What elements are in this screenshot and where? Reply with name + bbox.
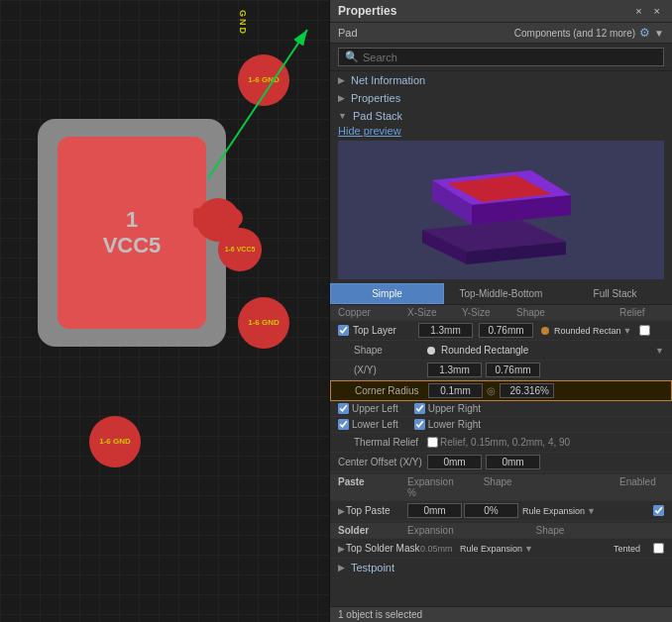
tab-top-middle-bottom[interactable]: Top-Middle-Bottom xyxy=(444,283,558,304)
top-layer-ysize[interactable]: 0.76mm xyxy=(479,323,533,338)
testpoint-expand-icon: ▶ xyxy=(338,563,345,572)
thermal-relief-value-container: Relief, 0.15mm, 0.2mm, 4, 90 xyxy=(427,437,664,448)
top-solder-checkbox[interactable] xyxy=(653,543,664,554)
preview-3d-area xyxy=(338,141,664,279)
solder-header-label: Solder xyxy=(338,525,407,536)
lower-right-checkbox[interactable] xyxy=(414,419,425,430)
cb-upper-left: Upper Left xyxy=(338,403,398,414)
status-bar: 1 object is selected xyxy=(330,606,672,622)
top-paste-shape-icon[interactable]: ▼ xyxy=(587,506,596,516)
xy-values: 1.3mm 0.76mm xyxy=(427,363,664,377)
circle-pad-gnd-top[interactable]: 1-6 GND xyxy=(238,54,289,106)
upper-left-label: Upper Left xyxy=(352,403,398,414)
corners-checkbox-row: Upper Left Upper Right xyxy=(330,401,672,417)
testpoint-label: Testpoint xyxy=(351,562,394,573)
net-info-label: Net Information xyxy=(351,74,425,86)
solder-col-exp: Expansion xyxy=(407,525,536,536)
top-paste-shape: Rule Expansion xyxy=(522,506,585,516)
circle-pad-gnd-bot[interactable]: 1-6 GND xyxy=(89,416,141,467)
col-relief: Relief xyxy=(619,307,664,318)
hide-preview-container: Hide preview xyxy=(330,125,672,141)
trace-connector xyxy=(193,208,243,228)
top-paste-exp[interactable]: 0mm xyxy=(407,503,462,518)
center-offset-y[interactable]: 0mm xyxy=(486,455,540,469)
rounded-rect-dot xyxy=(427,347,435,355)
upper-right-checkbox[interactable] xyxy=(414,403,425,414)
tab-simple[interactable]: Simple xyxy=(330,283,444,304)
xy-x-value[interactable]: 1.3mm xyxy=(427,363,482,377)
top-layer-checkbox[interactable] xyxy=(338,325,349,336)
panel-options-icon[interactable]: ▼ xyxy=(654,28,664,39)
circle-pad-gnd-mid[interactable]: 1-6 GND xyxy=(238,297,289,349)
thermal-relief-row: Thermal Relief Relief, 0.15mm, 0.2mm, 4,… xyxy=(330,433,672,453)
main-pad[interactable]: 1 VCC5 xyxy=(38,119,226,347)
shape-dropdown-icon[interactable]: ▼ xyxy=(623,326,632,336)
solder-col-shape: Shape xyxy=(536,525,665,536)
solder-section-header: Solder Expansion Shape xyxy=(330,523,672,539)
top-solder-shape: Rule Expansion xyxy=(460,544,522,554)
top-layer-shape: Rounded Rectan xyxy=(554,326,621,336)
thermal-relief-checkbox[interactable] xyxy=(427,437,438,448)
3d-preview-svg xyxy=(402,151,601,269)
shape-value-container: Rounded Rectangle ▼ xyxy=(427,345,664,356)
thermal-relief-value: Relief, 0.15mm, 0.2mm, 4, 90 xyxy=(440,437,570,448)
corner-radius-pct-icon: ◎ xyxy=(487,385,496,396)
paste-header-label: Paste xyxy=(338,476,407,498)
top-solder-shape-container: Rule Expansion ▼ xyxy=(460,544,614,554)
paste-col-enabled: Enabled xyxy=(619,476,664,498)
search-box[interactable]: 🔍 xyxy=(338,48,664,66)
center-offset-row: Center Offset (X/Y) 0mm 0mm xyxy=(330,453,672,472)
shape-label: Shape xyxy=(338,345,427,356)
properties-label: Properties xyxy=(351,92,400,104)
corner-radius-label: Corner Radius xyxy=(339,385,428,396)
tab-full-stack[interactable]: Full Stack xyxy=(558,283,672,304)
col-xsize: X-Size xyxy=(407,307,462,318)
pad-main-label: 1 VCC5 xyxy=(95,207,169,259)
pad-inner: 1 VCC5 xyxy=(57,137,206,329)
corner-radius-value[interactable]: 0.1mm xyxy=(428,383,483,398)
pad-stack-label: Pad Stack xyxy=(353,110,402,122)
panel-pin-btn[interactable]: × xyxy=(631,4,645,18)
thermal-relief-label: Thermal Relief xyxy=(338,437,427,448)
filter-icon[interactable]: ⚙ xyxy=(639,26,650,40)
top-solder-row: ▶ Top Solder Mask 0.05mm Rule Expansion … xyxy=(330,539,672,559)
section-pad-stack[interactable]: ▼ Pad Stack xyxy=(330,107,672,125)
top-paste-enabled-checkbox[interactable] xyxy=(653,505,664,516)
corner-radius-pct[interactable]: 26.316% xyxy=(500,383,554,398)
search-row: 🔍 xyxy=(330,44,672,71)
hide-preview-link[interactable]: Hide preview xyxy=(338,125,401,137)
lower-left-checkbox[interactable] xyxy=(338,419,349,430)
properties-expand-icon: ▶ xyxy=(338,93,345,103)
top-solder-exp: 0.05mm xyxy=(420,544,460,554)
top-layer-xsize[interactable]: 1.3mm xyxy=(418,323,473,338)
circle-pad-vcc5-b[interactable]: 1-6 VCC5 xyxy=(218,228,262,271)
top-layer-label: Top Layer xyxy=(353,325,414,336)
top-layer-relief-checkbox[interactable] xyxy=(639,325,650,336)
components-count: Components (and 12 more) xyxy=(514,28,635,39)
top-paste-shape-container: Rule Expansion ▼ xyxy=(522,506,653,516)
paste-col-pct xyxy=(454,476,484,498)
xy-row: (X/Y) 1.3mm 0.76mm xyxy=(330,361,672,380)
section-properties[interactable]: ▶ Properties xyxy=(330,89,672,107)
xy-label: (X/Y) xyxy=(338,364,427,375)
top-layer-shape-container: Rounded Rectan ▼ xyxy=(541,326,631,336)
top-solder-shape-icon[interactable]: ▼ xyxy=(524,544,533,554)
section-testpoint[interactable]: ▶ Testpoint xyxy=(330,559,672,576)
panel-title: Properties xyxy=(338,4,396,18)
corner-radius-row: Corner Radius 0.1mm ◎ 26.316% xyxy=(330,380,672,401)
search-input[interactable] xyxy=(363,52,657,63)
search-icon: 🔍 xyxy=(345,51,359,63)
pad-selector-row: Pad Components (and 12 more) ⚙ ▼ xyxy=(330,23,672,44)
top-paste-expand[interactable]: ▶ xyxy=(338,506,346,516)
top-paste-pct[interactable]: 0% xyxy=(464,503,518,518)
shape-select-icon[interactable]: ▼ xyxy=(655,346,664,356)
status-text: 1 object is selected xyxy=(338,609,422,620)
upper-left-checkbox[interactable] xyxy=(338,403,349,414)
center-offset-x[interactable]: 0mm xyxy=(427,455,482,469)
xy-y-value[interactable]: 0.76mm xyxy=(486,363,540,377)
top-solder-expand[interactable]: ▶ xyxy=(338,544,346,554)
panel-close-btn[interactable]: × xyxy=(650,4,664,18)
tabs-row: Simple Top-Middle-Bottom Full Stack xyxy=(330,283,672,305)
section-net-info[interactable]: ▶ Net Information xyxy=(330,71,672,89)
paste-section-header: Paste Expansion % Shape Enabled xyxy=(330,474,672,501)
